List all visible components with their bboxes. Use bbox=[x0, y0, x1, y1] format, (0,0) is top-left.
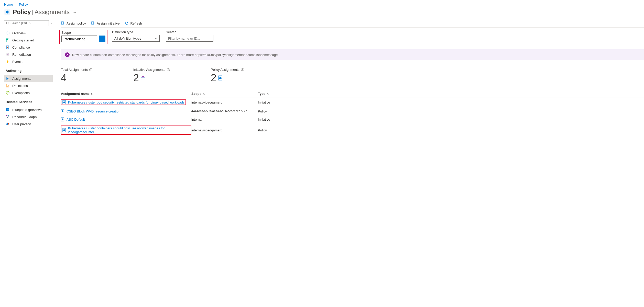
sidebar-item-assignments[interactable]: Assignments bbox=[4, 75, 53, 82]
stat-initiative-value: 2 bbox=[133, 72, 139, 84]
search-icon bbox=[6, 21, 9, 25]
assign-initiative-label: Assign initiative bbox=[97, 21, 120, 25]
more-actions-button[interactable]: ··· bbox=[73, 10, 76, 14]
policy-doc-icon bbox=[62, 100, 66, 104]
sort-icon: ↑↓ bbox=[266, 92, 269, 96]
stat-initiative: Initiative Assignments i 2 bbox=[133, 68, 170, 84]
column-header-scope[interactable]: Scope↑↓ bbox=[191, 92, 258, 96]
compliance-icon bbox=[6, 45, 10, 49]
svg-marker-0 bbox=[6, 10, 9, 14]
main-content: Assign policy Assign initiative Refresh … bbox=[54, 20, 644, 137]
definition-type-select[interactable]: All definition types bbox=[112, 35, 160, 42]
breadcrumb-home-link[interactable]: Home bbox=[4, 3, 13, 6]
sidebar-search-box[interactable] bbox=[4, 20, 49, 26]
sidebar-item-label: Events bbox=[12, 60, 23, 64]
page-header: Policy | Assignments ··· bbox=[0, 7, 644, 20]
svg-rect-14 bbox=[7, 109, 9, 110]
assignment-type: Policy bbox=[258, 128, 278, 132]
assign-initiative-button[interactable]: Assign initiative bbox=[91, 21, 120, 25]
policy-doc-icon bbox=[62, 128, 66, 132]
sidebar-item-resource-graph[interactable]: Resource Graph bbox=[4, 113, 53, 120]
sidebar-item-exemptions[interactable]: Exemptions bbox=[4, 89, 53, 96]
column-header-type[interactable]: Type↑↓ bbox=[258, 92, 278, 96]
toolbar: Assign policy Assign initiative Refresh bbox=[61, 20, 644, 28]
table-row: Kubernetes cluster pod security restrict… bbox=[61, 97, 644, 107]
sidebar-search-input[interactable] bbox=[10, 21, 47, 25]
svg-rect-23 bbox=[61, 22, 63, 24]
search-filter-input[interactable] bbox=[166, 35, 213, 42]
assignments-icon bbox=[6, 76, 10, 81]
svg-marker-3 bbox=[6, 31, 9, 35]
divider bbox=[4, 74, 53, 74]
page-title: Policy bbox=[13, 8, 31, 16]
policy-doc-icon bbox=[218, 75, 223, 81]
sidebar-item-events[interactable]: Events bbox=[4, 58, 53, 65]
info-icon[interactable]: i bbox=[241, 68, 244, 71]
table-row: ASC DefaultinternalInitiative bbox=[61, 115, 644, 123]
policy-doc-icon bbox=[61, 117, 64, 121]
stat-total: Total Assignments i 4 bbox=[61, 68, 92, 84]
svg-point-5 bbox=[7, 47, 8, 48]
sidebar-item-overview[interactable]: Overview bbox=[4, 29, 53, 37]
sidebar-item-definitions[interactable]: Definitions bbox=[4, 82, 53, 89]
sidebar-item-label: Assignments bbox=[12, 77, 31, 81]
svg-line-19 bbox=[7, 116, 8, 118]
svg-point-22 bbox=[8, 123, 9, 124]
user-privacy-icon bbox=[6, 122, 10, 126]
assignment-type: Initiative bbox=[258, 100, 278, 104]
table-header: Assignment name↑↓ Scope↑↓ Type↑↓ bbox=[61, 90, 644, 97]
sidebar-item-label: User privacy bbox=[12, 122, 31, 126]
scope-picker-button[interactable]: ... bbox=[99, 36, 105, 42]
assignment-link[interactable]: CSEO Block WVD resource creation bbox=[67, 109, 120, 113]
svg-rect-10 bbox=[7, 85, 8, 86]
stat-total-label: Total Assignments bbox=[61, 68, 88, 72]
banner-text: Now create custom non-compliance message… bbox=[72, 53, 278, 57]
assignment-type: Policy bbox=[258, 109, 278, 113]
collapse-sidebar-icon[interactable]: « bbox=[51, 21, 53, 25]
sidebar-item-label: Definitions bbox=[12, 84, 28, 88]
info-icon[interactable]: i bbox=[89, 68, 92, 71]
stat-total-value: 4 bbox=[61, 72, 92, 84]
assignment-scope: internal/videogamerg bbox=[191, 128, 258, 132]
refresh-button[interactable]: Refresh bbox=[125, 21, 142, 25]
sidebar-item-blueprints[interactable]: Blueprints (preview) bbox=[4, 106, 53, 113]
sidebar-item-getting-started[interactable]: Getting started bbox=[4, 37, 53, 44]
stat-initiative-label: Initiative Assignments bbox=[133, 68, 165, 72]
assignment-link[interactable]: ASC Default bbox=[67, 118, 85, 121]
definitions-icon bbox=[6, 84, 10, 88]
sidebar-item-compliance[interactable]: Compliance bbox=[4, 44, 53, 51]
page-subtitle: Assignments bbox=[35, 8, 70, 16]
svg-line-2 bbox=[8, 24, 9, 25]
info-banner: Now create custom non-compliance message… bbox=[61, 49, 644, 60]
sidebar-item-label: Remediation bbox=[12, 53, 31, 56]
sidebar-item-label: Blueprints (preview) bbox=[12, 108, 42, 112]
flag-icon bbox=[6, 38, 10, 42]
assignment-link[interactable]: Kubernetes cluster containers should onl… bbox=[61, 126, 191, 135]
assignment-type: Initiative bbox=[258, 118, 278, 121]
assignment-scope: internal/videogamerg bbox=[191, 100, 258, 104]
info-icon[interactable]: i bbox=[167, 68, 170, 71]
sidebar-item-label: Overview bbox=[12, 31, 26, 35]
exemptions-icon bbox=[6, 91, 10, 95]
sidebar-item-remediation[interactable]: Remediation bbox=[4, 51, 53, 58]
assignment-link[interactable]: Kubernetes cluster pod security restrict… bbox=[61, 99, 186, 105]
sidebar-item-label: Compliance bbox=[12, 46, 30, 49]
definition-type-value: All definition types bbox=[114, 37, 141, 40]
breadcrumb-separator-icon: › bbox=[15, 3, 16, 6]
assign-policy-button[interactable]: Assign policy bbox=[61, 21, 86, 25]
stat-policy-label: Policy Assignments bbox=[211, 68, 239, 72]
breadcrumb-policy-link[interactable]: Policy bbox=[19, 3, 28, 6]
breadcrumb: Home › Policy bbox=[0, 0, 644, 7]
page-title-separator: | bbox=[32, 8, 34, 16]
column-header-name[interactable]: Assignment name↑↓ bbox=[61, 92, 191, 96]
svg-point-21 bbox=[7, 123, 8, 124]
sidebar-item-user-privacy[interactable]: User privacy bbox=[4, 120, 53, 128]
initiative-icon bbox=[140, 75, 146, 81]
remediation-icon bbox=[6, 52, 10, 56]
assignment-scope: internal bbox=[191, 118, 258, 121]
scope-input[interactable] bbox=[61, 36, 97, 42]
sidebar-item-label: Getting started bbox=[12, 38, 34, 42]
stat-policy: Policy Assignments i 2 bbox=[211, 68, 244, 84]
sidebar-item-label: Resource Graph bbox=[12, 115, 37, 119]
policy-doc-icon bbox=[61, 109, 64, 113]
